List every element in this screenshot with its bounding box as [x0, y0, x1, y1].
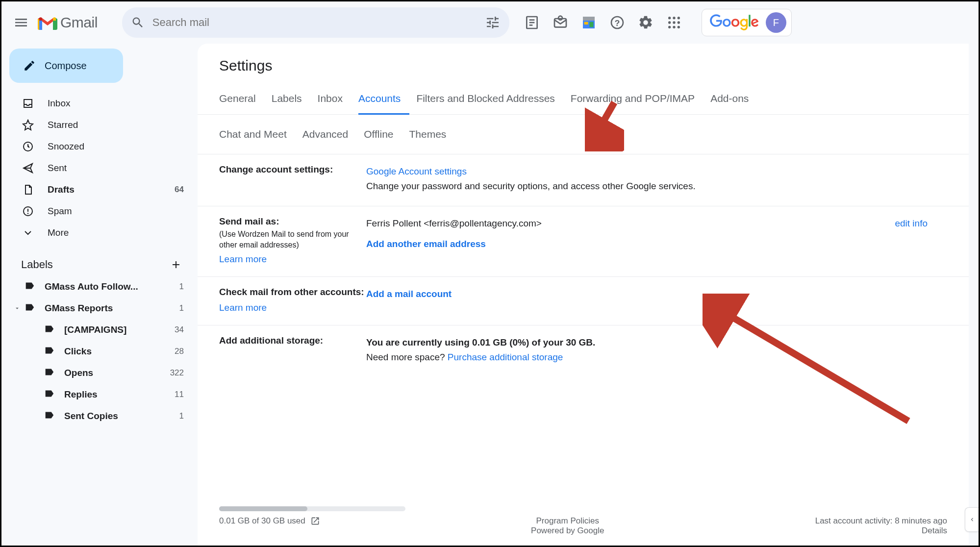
last-activity: Last account activity: 8 minutes ago [815, 516, 947, 525]
more-icon [21, 227, 35, 239]
label-item[interactable]: Clicks28 [7, 341, 192, 362]
search-bar[interactable] [122, 7, 509, 38]
add-mail-account-link[interactable]: Add a mail account [366, 289, 452, 299]
settings-tabs-row2: Chat and MeetAdvancedOfflineThemes [198, 115, 969, 154]
inbox-icon [21, 98, 35, 109]
label-name: [CAMPAIGNS] [64, 324, 175, 335]
nav-snoozed[interactable]: Snoozed [7, 136, 192, 157]
send-mail-identity: Ferris Pollent <ferris@pollentagency.com… [366, 218, 542, 228]
label-name: Sent Copies [64, 411, 179, 422]
main-content: Settings GeneralLabelsInboxAccountsFilte… [198, 44, 969, 546]
tab-accounts[interactable]: Accounts [358, 88, 409, 115]
settings-button[interactable] [636, 13, 655, 32]
label-icon [24, 302, 36, 315]
horizontal-scrollbar[interactable] [219, 506, 405, 511]
tab-themes[interactable]: Themes [409, 124, 455, 147]
label-icon [44, 367, 55, 380]
google-account-box[interactable]: F [702, 9, 792, 36]
nav-drafts[interactable]: Drafts64 [7, 179, 192, 200]
section-send-mail-as: Send mail as: (Use Wordzen Mail to send … [198, 206, 969, 277]
sidebar: Compose InboxStarredSnoozedSentDrafts64S… [1, 44, 198, 546]
label-name: Replies [64, 389, 175, 400]
label-item[interactable]: [CAMPAIGNS]34 [7, 319, 192, 341]
star-icon [21, 119, 35, 131]
storage-usage: 0.01 GB of 30 GB used [219, 516, 305, 526]
addon-icon-2[interactable] [551, 13, 570, 32]
search-input[interactable] [152, 16, 485, 29]
header: Gmail ? F [1, 1, 979, 44]
label-item[interactable]: GMass Reports1 [7, 298, 192, 319]
svg-point-16 [678, 17, 680, 19]
svg-point-19 [678, 21, 680, 24]
svg-point-26 [27, 213, 28, 214]
tab-add-ons[interactable]: Add-ons [710, 88, 757, 114]
purchase-storage-link[interactable]: Purchase additional storage [448, 352, 563, 362]
label-item[interactable]: GMass Auto Follow...1 [7, 276, 192, 298]
nav-count: 64 [175, 185, 184, 195]
nav-sent[interactable]: Sent [7, 157, 192, 179]
svg-point-17 [668, 21, 671, 24]
svg-point-18 [673, 21, 675, 24]
storage-label: Add additional storage: [219, 335, 323, 346]
tab-forwarding-and-pop-imap[interactable]: Forwarding and POP/IMAP [571, 88, 704, 114]
nav-inbox[interactable]: Inbox [7, 93, 192, 114]
apps-button[interactable] [664, 13, 684, 32]
main-menu-button[interactable] [6, 8, 36, 37]
addon-icon-1[interactable] [522, 13, 542, 32]
label-item[interactable]: Sent Copies1 [7, 405, 192, 427]
details-link[interactable]: Details [922, 526, 947, 535]
nav-starred[interactable]: Starred [7, 114, 192, 136]
file-icon [21, 184, 35, 196]
tab-labels[interactable]: Labels [272, 88, 311, 114]
label-icon [44, 323, 55, 337]
label-icon [44, 410, 55, 423]
side-panel-toggle[interactable] [965, 507, 979, 532]
label-item[interactable]: Replies11 [7, 384, 192, 405]
label-count: 1 [179, 282, 184, 292]
addon-icon-3[interactable] [579, 13, 599, 32]
svg-point-22 [678, 26, 680, 28]
tab-offline[interactable]: Offline [364, 124, 402, 147]
support-button[interactable]: ? [607, 13, 627, 32]
search-icon [131, 16, 145, 29]
tab-general[interactable]: General [219, 88, 265, 114]
google-logo-icon [710, 14, 759, 31]
label-count: 11 [175, 390, 184, 399]
nav-label: Spam [48, 206, 184, 217]
svg-point-15 [673, 17, 675, 19]
nav-more[interactable]: More [7, 222, 192, 244]
add-label-button[interactable] [170, 259, 182, 271]
program-policies-link[interactable]: Program Policies [536, 516, 599, 525]
tab-advanced[interactable]: Advanced [302, 124, 357, 147]
label-item[interactable]: Opens322 [7, 362, 192, 384]
open-in-new-icon[interactable] [310, 516, 320, 526]
storage-need: Need more space? [366, 352, 448, 362]
send-icon [21, 162, 35, 174]
nav-label: More [48, 227, 184, 238]
tab-filters-and-blocked-addresses[interactable]: Filters and Blocked Addresses [416, 88, 563, 114]
compose-button[interactable]: Compose [9, 49, 123, 83]
add-another-email-link[interactable]: Add another email address [366, 239, 486, 249]
label-count: 1 [179, 303, 184, 313]
svg-rect-10 [584, 22, 588, 25]
section-check-mail: Check mail from other accounts: Learn mo… [198, 277, 969, 325]
label-name: GMass Reports [45, 303, 179, 314]
send-mail-learn-link[interactable]: Learn more [219, 254, 267, 265]
labels-header: Labels [7, 244, 192, 276]
gmail-logo[interactable]: Gmail [38, 14, 98, 31]
svg-point-20 [668, 26, 671, 28]
search-options-icon[interactable] [485, 15, 501, 30]
tab-inbox[interactable]: Inbox [318, 88, 352, 114]
tab-chat-and-meet[interactable]: Chat and Meet [219, 124, 296, 147]
section-change-account: Change account settings: Google Account … [198, 154, 969, 206]
check-mail-learn-link[interactable]: Learn more [219, 302, 267, 313]
google-account-settings-link[interactable]: Google Account settings [366, 166, 467, 176]
account-avatar[interactable]: F [766, 12, 786, 33]
svg-point-14 [668, 17, 671, 19]
nav-label: Sent [48, 163, 184, 174]
header-icons: ? F [522, 9, 792, 36]
svg-rect-0 [39, 21, 42, 30]
nav-spam[interactable]: Spam [7, 200, 192, 222]
check-mail-label: Check mail from other accounts: [219, 287, 364, 297]
edit-info-link[interactable]: edit info [895, 216, 928, 231]
